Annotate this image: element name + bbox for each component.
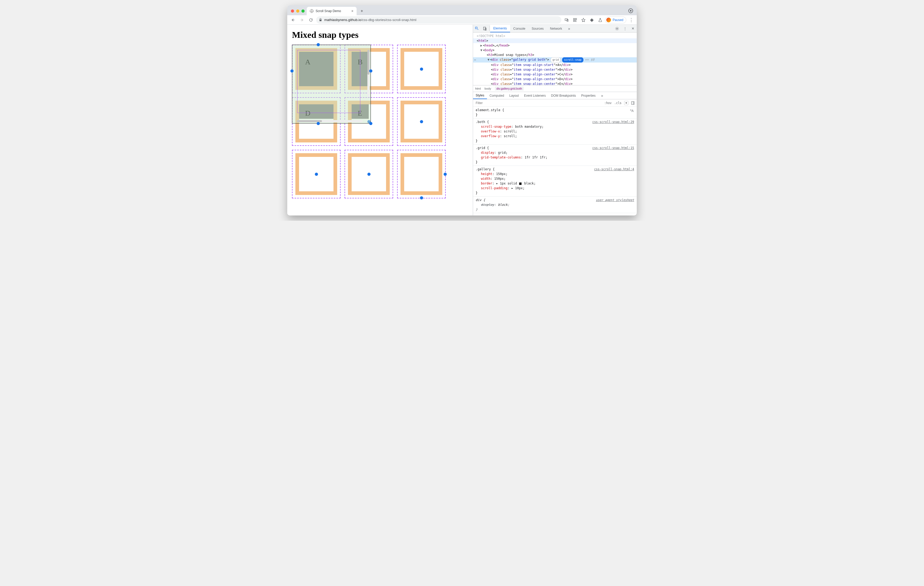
tab-layout[interactable]: Layout — [507, 92, 521, 99]
snap-point-icon — [315, 173, 318, 176]
reload-icon — [309, 18, 313, 22]
bookmark-button[interactable] — [580, 16, 587, 24]
rule-source-link[interactable]: css-scroll-snap.html:4 — [594, 167, 634, 172]
extensions-button[interactable] — [588, 16, 596, 24]
svg-rect-2 — [573, 18, 575, 20]
forward-button[interactable] — [298, 16, 306, 24]
vertical-scrollbar[interactable] — [367, 50, 370, 97]
scroll-snap-badge[interactable]: scroll-snap — [562, 57, 583, 63]
minimize-window-icon[interactable] — [296, 10, 299, 13]
snap-point-icon — [420, 68, 423, 71]
snap-point-icon — [444, 173, 447, 176]
kebab-icon: ⋮ — [624, 26, 627, 30]
tab-styles[interactable]: Styles — [473, 92, 487, 99]
snapport-overlay — [297, 50, 360, 113]
grid-cell — [345, 150, 393, 198]
rule-source-link[interactable]: css-scroll-snap.html:15 — [592, 145, 634, 150]
style-rule[interactable]: element.style {AA} — [473, 107, 637, 119]
back-button[interactable] — [289, 16, 297, 24]
tree-node-selected[interactable]: ⋯ ▼<div class="gallery grid both">gridsc… — [473, 57, 637, 63]
device-icon[interactable] — [563, 16, 570, 24]
more-tabs-button[interactable]: » — [565, 25, 573, 32]
tab-console[interactable]: Console — [510, 25, 528, 32]
cls-toggle[interactable]: .cls — [614, 101, 622, 105]
breadcrumb-item[interactable]: body — [485, 87, 491, 90]
device-mode-button[interactable] — [481, 25, 489, 32]
device-icon — [483, 26, 487, 31]
url-text: mathiasbynens.github.io/css-dbg-stories/… — [324, 18, 416, 22]
chevron-right-icon: » — [601, 94, 603, 98]
more-styles-tabs[interactable]: » — [598, 92, 606, 99]
tab-properties[interactable]: Properties — [579, 92, 598, 99]
settings-button[interactable] — [613, 25, 621, 32]
breadcrumb-item-selected[interactable]: div.gallery.grid.both — [495, 86, 524, 91]
tree-node[interactable]: <h3>Mixed snap types</h3> — [473, 53, 637, 57]
font-size-icon[interactable]: AA — [630, 108, 634, 113]
tab-network[interactable]: Network — [547, 25, 565, 32]
hov-toggle[interactable]: :hov — [604, 101, 612, 105]
elements-tree[interactable]: <!DOCTYPE html> <html> ▶<head>…</head> ▼… — [473, 33, 637, 85]
tab-computed[interactable]: Computed — [487, 92, 507, 99]
tree-node[interactable]: <html> — [473, 38, 637, 43]
styles-filter-bar: :hov .cls + — [473, 99, 637, 107]
svg-rect-4 — [573, 20, 575, 21]
tab-event-listeners[interactable]: Event Listeners — [521, 92, 548, 99]
tree-node[interactable]: <div class="item snap-align-center">E</d… — [473, 81, 637, 85]
arrow-left-icon — [291, 18, 295, 22]
toolbar-right: Paused ⋮ — [563, 16, 635, 24]
close-window-icon[interactable] — [291, 10, 294, 13]
browser-tab[interactable]: Scroll Snap Demo × — [307, 7, 356, 15]
tab-dom-breakpoints[interactable]: DOM Breakpoints — [548, 92, 579, 99]
styles-tabbar: Styles Computed Layout Event Listeners D… — [473, 92, 637, 99]
devtools-tabbar: Elements Console Sources Network » ⋮ ✕ — [473, 25, 637, 33]
grid-cell — [397, 97, 446, 146]
paused-label: Paused — [612, 18, 624, 22]
style-rule[interactable]: div {user agent stylesheetdisplay: block… — [473, 196, 637, 213]
style-rule[interactable]: .both {css-scroll-snap.html:29scroll-sna… — [473, 119, 637, 145]
rule-source-link[interactable]: user agent stylesheet — [596, 198, 634, 202]
tree-node[interactable]: <div class="item snap-align-center">D</d… — [473, 77, 637, 81]
style-rule[interactable]: .grid {css-scroll-snap.html:15display: g… — [473, 145, 637, 166]
grid-badge[interactable]: grid — [551, 57, 561, 63]
snap-edge-icon — [290, 69, 294, 73]
elements-breadcrumb: html body div.gallery.grid.both — [473, 85, 637, 92]
devtools-menu-button[interactable]: ⋮ — [621, 25, 629, 32]
snap-edge-icon — [369, 69, 372, 73]
inspect-button[interactable] — [473, 25, 481, 32]
rule-source-link[interactable]: css-scroll-snap.html:29 — [592, 120, 634, 124]
titlebar: Scroll Snap Demo × + — [287, 5, 637, 15]
arrow-right-icon — [300, 18, 304, 22]
tree-node[interactable]: ▶<head>…</head> — [473, 43, 637, 48]
close-devtools-button[interactable]: ✕ — [629, 25, 637, 32]
new-rule-button[interactable]: + — [624, 101, 629, 105]
svg-rect-8 — [632, 101, 634, 104]
address-bar[interactable]: mathiasbynens.github.io/css-dbg-stories/… — [316, 16, 561, 24]
toggle-computed-icon[interactable] — [631, 101, 635, 105]
labs-button[interactable] — [597, 16, 604, 24]
tree-node[interactable]: <div class="item snap-align-center">C</d… — [473, 72, 637, 77]
content-area: Mixed snap types A — [287, 25, 637, 215]
styles-filter-input[interactable] — [475, 101, 602, 105]
account-icon[interactable] — [629, 8, 633, 13]
tree-node[interactable]: <div class="item snap-align-start">A</di… — [473, 63, 637, 67]
kebab-icon: ⋮ — [629, 17, 634, 23]
tree-node[interactable]: ▼<body> — [473, 48, 637, 53]
horizontal-scrollbar[interactable] — [297, 120, 363, 122]
close-tab-icon[interactable]: × — [351, 9, 353, 13]
window-controls — [289, 10, 307, 15]
tab-elements[interactable]: Elements — [490, 25, 510, 32]
style-rule[interactable]: .gallery {css-scroll-snap.html:4height: … — [473, 166, 637, 196]
globe-icon — [310, 9, 314, 13]
styles-pane[interactable]: element.style {AA}.both {css-scroll-snap… — [473, 107, 637, 215]
maximize-window-icon[interactable] — [302, 10, 305, 13]
breadcrumb-item[interactable]: html — [475, 87, 481, 90]
tree-node[interactable]: <div class="item snap-align-center">B</d… — [473, 67, 637, 72]
menu-button[interactable]: ⋮ — [627, 16, 635, 24]
new-tab-button[interactable]: + — [358, 7, 366, 15]
browser-window: Scroll Snap Demo × + mathiasbynens.githu… — [287, 5, 637, 215]
grid-cell — [292, 150, 341, 198]
reload-button[interactable] — [307, 16, 315, 24]
qr-icon[interactable] — [571, 16, 579, 24]
profile-paused-chip[interactable]: Paused — [605, 17, 626, 23]
tab-sources[interactable]: Sources — [528, 25, 547, 32]
